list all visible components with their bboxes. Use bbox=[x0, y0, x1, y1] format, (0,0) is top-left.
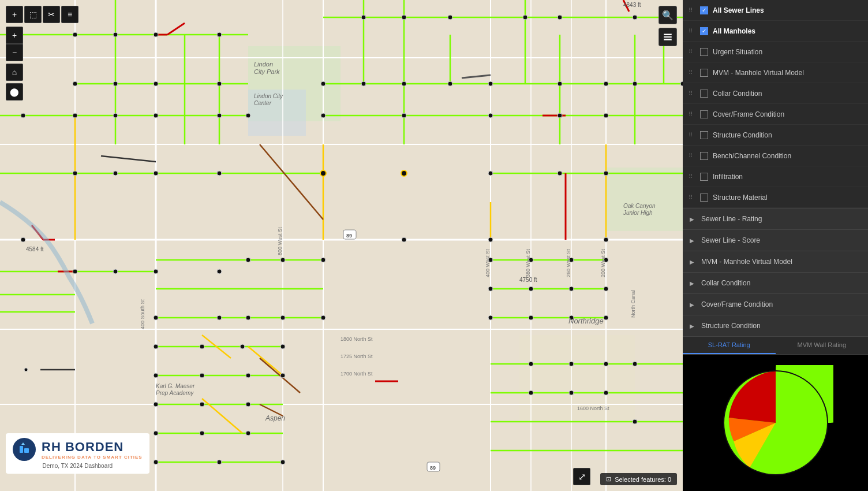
layer-label-infiltration: Infiltration bbox=[713, 173, 862, 181]
layer-checkbox-cover-frame-condition[interactable] bbox=[700, 110, 708, 118]
select-icon: ⊡ bbox=[606, 475, 611, 483]
logo-area: RH BORDEN DELIVERING DATA TO SMART CITIE… bbox=[6, 433, 149, 474]
company-tagline: DELIVERING DATA TO SMART CITIES bbox=[42, 455, 143, 460]
legend-title-mvm-manhole: MVM - Manhole Virtual Model bbox=[701, 258, 792, 266]
select-tool-button[interactable]: ⬚ bbox=[24, 6, 42, 23]
home-button[interactable]: ⌂ bbox=[6, 64, 23, 81]
legend-header-sewer-line-rating[interactable]: ▶ Sewer Line - Rating bbox=[683, 209, 868, 229]
layer-item-all-manholes[interactable]: ⠿ All Manholes bbox=[683, 21, 868, 42]
status-bar: ⊡ Selected features: 0 bbox=[600, 473, 677, 485]
layer-checkbox-infiltration[interactable] bbox=[700, 173, 708, 181]
layer-label-cover-frame-condition: Cover/Frame Condition bbox=[713, 110, 862, 118]
svg-rect-219 bbox=[664, 36, 672, 38]
drag-handle: ⠿ bbox=[689, 28, 695, 34]
legend-header-cover-frame-condition-legend[interactable]: ▶ Cover/Frame Condition bbox=[683, 294, 868, 315]
layer-item-urgent-situation[interactable]: ⠿ Urgent Situation bbox=[683, 42, 868, 62]
layer-label-bench-channel-condition: Bench/Channel Condition bbox=[713, 152, 862, 160]
layer-item-structure-material[interactable]: ⠿ Structure Material bbox=[683, 187, 868, 208]
legend-title-sewer-line-score: Sewer Line - Score bbox=[701, 236, 760, 244]
drag-handle: ⠿ bbox=[689, 111, 695, 117]
svg-rect-225 bbox=[24, 448, 29, 453]
legend-title-collar-condition-legend: Collar Condition bbox=[701, 279, 750, 287]
drag-handle: ⠿ bbox=[689, 132, 695, 138]
legend-header-structure-condition-legend[interactable]: ▶ Structure Condition bbox=[683, 315, 868, 336]
layer-label-structure-condition: Structure Condition bbox=[713, 131, 862, 139]
chevron-right-icon: ▶ bbox=[690, 280, 697, 287]
layer-label-mvm-manhole-virtual-model: MVM - Manhole Virtual Model bbox=[713, 69, 862, 77]
layer-checkbox-structure-material[interactable] bbox=[700, 194, 708, 202]
legend-title-structure-condition-legend: Structure Condition bbox=[701, 322, 761, 330]
split-tool-button[interactable]: ✂ bbox=[43, 6, 60, 23]
map-background bbox=[0, 0, 683, 491]
drag-handle: ⠿ bbox=[689, 7, 695, 13]
drawing-tools: + ⬚ ✂ ≡ bbox=[6, 6, 78, 23]
legend-section-mvm-manhole: ▶ MVM - Manhole Virtual Model bbox=[683, 251, 868, 273]
pie-chart bbox=[718, 365, 833, 481]
legend-title-cover-frame-condition-legend: Cover/Frame Condition bbox=[701, 300, 773, 308]
layer-checkbox-collar-condition[interactable] bbox=[700, 90, 708, 98]
layer-list: ⠿ All Sewer Lines ⠿ All Manholes ⠿ Urgen… bbox=[683, 0, 868, 208]
zoom-in-button[interactable]: + bbox=[6, 27, 23, 44]
new-feature-button[interactable]: + bbox=[6, 6, 23, 23]
logo-icon bbox=[13, 438, 36, 461]
drag-handle: ⠿ bbox=[689, 152, 695, 159]
legend-header-sewer-line-score[interactable]: ▶ Sewer Line - Score bbox=[683, 230, 868, 251]
map-layers-button[interactable] bbox=[659, 28, 677, 46]
fullscreen-button[interactable]: ⤢ bbox=[573, 468, 590, 485]
layer-label-all-manholes: All Manholes bbox=[713, 27, 862, 35]
tab-mvm-wall-rating[interactable]: MVM Wall Rating bbox=[776, 337, 869, 354]
map-search-button[interactable]: 🔍 bbox=[659, 6, 677, 24]
layer-label-structure-material: Structure Material bbox=[713, 194, 862, 202]
drag-handle: ⠿ bbox=[689, 173, 695, 180]
chevron-right-icon: ▶ bbox=[690, 302, 697, 308]
drag-handle: ⠿ bbox=[689, 194, 695, 200]
map-controls: + ⬚ ✂ ≡ + − ⌂ ⬤ bbox=[6, 6, 78, 101]
layer-item-all-sewer-lines[interactable]: ⠿ All Sewer Lines bbox=[683, 0, 868, 21]
svg-rect-218 bbox=[664, 34, 672, 35]
layer-item-bench-channel-condition[interactable]: ⠿ Bench/Channel Condition bbox=[683, 146, 868, 166]
layer-item-collar-condition[interactable]: ⠿ Collar Condition bbox=[683, 83, 868, 104]
company-name: RH BORDEN bbox=[42, 440, 143, 455]
drag-handle: ⠿ bbox=[689, 49, 695, 55]
layer-label-collar-condition: Collar Condition bbox=[713, 90, 862, 98]
svg-rect-220 bbox=[664, 39, 672, 40]
zoom-out-button[interactable]: − bbox=[6, 44, 23, 61]
legend-section-structure-condition-legend: ▶ Structure Condition bbox=[683, 315, 868, 337]
more-tools-button[interactable]: ≡ bbox=[61, 6, 78, 23]
chevron-right-icon: ▶ bbox=[690, 323, 697, 329]
chevron-right-icon: ▶ bbox=[690, 237, 697, 244]
drag-handle: ⠿ bbox=[689, 69, 695, 76]
layer-checkbox-bench-channel-condition[interactable] bbox=[700, 152, 708, 160]
legend-section-collar-condition-legend: ▶ Collar Condition bbox=[683, 273, 868, 294]
legend-title-sewer-line-rating: Sewer Line - Rating bbox=[701, 215, 762, 223]
layer-checkbox-structure-condition[interactable] bbox=[700, 131, 708, 139]
layer-checkbox-urgent-situation[interactable] bbox=[700, 48, 708, 56]
map-area[interactable]: 4843 ft 4584 ft 4750 ft 400 South St 180… bbox=[0, 0, 683, 491]
layer-label-all-sewer-lines: All Sewer Lines bbox=[713, 6, 862, 14]
drag-handle: ⠿ bbox=[689, 90, 695, 96]
layer-checkbox-mvm-manhole-virtual-model[interactable] bbox=[700, 69, 708, 77]
layer-item-cover-frame-condition[interactable]: ⠿ Cover/Frame Condition bbox=[683, 104, 868, 125]
svg-rect-222 bbox=[664, 40, 672, 41]
layer-item-infiltration[interactable]: ⠿ Infiltration bbox=[683, 166, 868, 187]
legend-header-collar-condition-legend[interactable]: ▶ Collar Condition bbox=[683, 273, 868, 293]
layer-label-urgent-situation: Urgent Situation bbox=[713, 48, 862, 56]
layer-item-mvm-manhole-virtual-model[interactable]: ⠿ MVM - Manhole Virtual Model bbox=[683, 62, 868, 83]
compass-button[interactable]: ⬤ bbox=[6, 83, 23, 101]
legend-header-mvm-manhole[interactable]: ▶ MVM - Manhole Virtual Model bbox=[683, 251, 868, 272]
svg-rect-221 bbox=[664, 33, 672, 34]
tab-sl-rat-rating[interactable]: SL-RAT Rating bbox=[683, 337, 776, 354]
legend-section-sewer-line-rating: ▶ Sewer Line - Rating bbox=[683, 209, 868, 230]
svg-rect-224 bbox=[20, 446, 23, 453]
demo-label: Demo, TX 2024 Dashboard bbox=[13, 463, 143, 469]
layer-checkbox-all-manholes[interactable] bbox=[700, 27, 708, 35]
layer-checkbox-all-sewer-lines[interactable] bbox=[700, 6, 708, 14]
chart-area bbox=[683, 355, 868, 491]
legend-sections: ▶ Sewer Line - Rating ▶ Sewer Line - Sco… bbox=[683, 209, 868, 337]
right-panel: ⠿ All Sewer Lines ⠿ All Manholes ⠿ Urgen… bbox=[683, 0, 868, 491]
tabs-area: SL-RAT RatingMVM Wall Rating bbox=[683, 337, 868, 355]
chevron-right-icon: ▶ bbox=[690, 216, 697, 222]
chevron-right-icon: ▶ bbox=[690, 259, 697, 265]
selected-features-text: Selected features: 0 bbox=[615, 476, 671, 483]
layer-item-structure-condition[interactable]: ⠿ Structure Condition bbox=[683, 125, 868, 146]
